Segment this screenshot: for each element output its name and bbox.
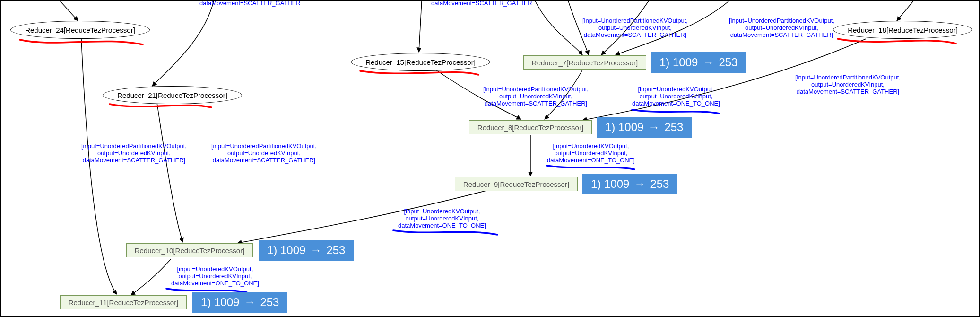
node-reducer-24: Reducer_24[ReduceTezProcessor] xyxy=(10,21,150,39)
dag-canvas: Reducer_24[ReduceTezProcessor] Reducer_2… xyxy=(0,0,980,317)
annotation-r11: 1) 1009 → 253 xyxy=(192,292,287,313)
arrow-right-icon: → xyxy=(702,56,714,69)
edge-label-r24-r11: [input=UnorderedPartitionedKVOutput, out… xyxy=(81,143,187,164)
edge-label-r18-r8: [input=UnorderedPartitionedKVOutput, out… xyxy=(795,74,901,96)
annotation-text-after: 253 xyxy=(326,244,345,257)
annotation-text-after: 253 xyxy=(719,56,737,69)
annotation-text-after: 253 xyxy=(260,296,279,309)
edge-label-top-cut-1: dataMovement=SCATTER_GATHER xyxy=(199,0,301,7)
node-reducer-21: Reducer_21[ReduceTezProcessor] xyxy=(103,86,242,104)
edge-label-top-r7-a: [input=UnorderedPartitionedKVOutput, out… xyxy=(582,18,688,39)
annotation-text-after: 253 xyxy=(664,121,683,134)
arrow-right-icon: → xyxy=(244,296,255,309)
annotation-text-before: 1) 1009 xyxy=(659,56,698,69)
node-reducer-8: Reducer_8[ReduceTezProcessor] xyxy=(469,120,592,134)
annotation-r7: 1) 1009 → 253 xyxy=(651,52,746,73)
edge-label-r7-r8: [input=UnorderedKVOutput, output=Unorder… xyxy=(632,86,720,107)
annotation-text-before: 1) 1009 xyxy=(201,296,239,309)
edge-label-top-r7-b: [input=UnorderedPartitionedKVOutput, out… xyxy=(729,18,834,39)
node-reducer-11: Reducer_11[ReduceTezProcessor] xyxy=(60,295,187,309)
annotation-r10: 1) 1009 → 253 xyxy=(259,240,354,261)
annotation-text-before: 1) 1009 xyxy=(605,121,643,134)
node-reducer-15: Reducer_15[ReduceTezProcessor] xyxy=(351,53,490,71)
edge-label-r15-r8: [input=UnorderedPartitionedKVOutput, out… xyxy=(483,86,589,107)
annotation-text-before: 1) 1009 xyxy=(591,177,629,191)
annotation-text-before: 1) 1009 xyxy=(267,244,305,257)
edge-label-top-cut-2: dataMovement=SCATTER_GATHER xyxy=(431,0,532,7)
arrow-right-icon: → xyxy=(310,244,321,257)
arrow-right-icon: → xyxy=(634,177,645,191)
annotation-r9: 1) 1009 → 253 xyxy=(582,174,677,194)
annotation-r8: 1) 1009 → 253 xyxy=(597,117,692,138)
node-reducer-10: Reducer_10[ReduceTezProcessor] xyxy=(126,243,253,257)
annotation-text-after: 253 xyxy=(650,177,669,191)
arrow-right-icon: → xyxy=(648,121,659,134)
edge-label-r21-r10: [input=UnorderedPartitionedKVOutput, out… xyxy=(211,143,317,164)
edge-label-r9-r10: [input=UnorderedKVOutput, output=Unorder… xyxy=(398,208,486,229)
node-reducer-18: Reducer_18[ReduceTezProcessor] xyxy=(833,21,972,39)
node-reducer-9: Reducer_9[ReduceTezProcessor] xyxy=(455,177,578,191)
edge-label-r10-r11: [input=UnorderedKVOutput, output=Unorder… xyxy=(171,266,259,287)
node-reducer-7: Reducer_7[ReduceTezProcessor] xyxy=(523,55,646,70)
edge-label-r8-r9: [input=UnorderedKVOutput, output=Unorder… xyxy=(547,143,635,164)
